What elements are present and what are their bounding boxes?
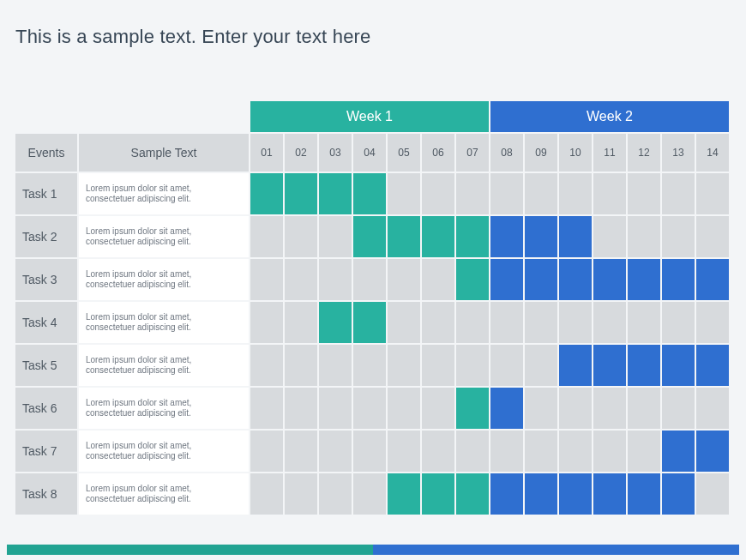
task-description: Lorem ipsum dolor sit amet, consectetuer… [79,216,249,257]
gantt-cell [456,431,489,472]
blank-cell [79,101,249,132]
gantt-cell [388,388,420,429]
gantt-body: Task 1Lorem ipsum dolor sit amet, consec… [15,173,731,515]
gantt-cell [490,431,523,472]
gantt-cell [422,259,454,300]
gantt-cell [525,259,557,300]
gantt-cell [662,388,695,429]
gantt-cell [628,173,660,214]
day-header: 10 [559,134,592,172]
gantt-cell [559,216,592,257]
gantt-cell [662,431,695,472]
gantt-cell [285,431,317,472]
gantt-cell [388,302,420,343]
day-header: 09 [525,134,557,172]
gantt-cell [422,302,454,343]
gantt-cell [456,302,489,343]
gantt-cell [593,173,626,214]
gantt-cell [250,173,283,214]
gantt-cell [285,345,317,386]
week1-header: Week 1 [250,101,489,132]
gantt-cell [456,173,489,214]
gantt-cell [353,473,386,515]
task-label: Task 2 [15,216,77,257]
gantt-cell [422,431,454,472]
day-header: 07 [456,134,489,172]
gantt-cell [696,259,729,300]
task-description: Lorem ipsum dolor sit amet, consectetuer… [79,302,249,343]
gantt-row: Task 4Lorem ipsum dolor sit amet, consec… [15,302,731,343]
gantt-cell [456,473,489,515]
gantt-cell [559,473,592,515]
gantt-cell [319,431,352,472]
gantt-cell [696,173,729,214]
gantt-cell [285,388,317,429]
gantt-cell [559,388,592,429]
task-label: Task 1 [15,173,77,214]
day-header: 13 [662,134,695,172]
gantt-cell [490,302,523,343]
gantt-cell [250,345,283,386]
gantt-cell [319,173,352,214]
blank-cell [15,101,77,132]
gantt-cell [490,388,523,429]
gantt-cell [593,431,626,472]
gantt-cell [662,259,695,300]
gantt-cell [388,345,420,386]
week-header-row: Week 1 Week 2 [15,101,731,132]
gantt-cell [628,216,660,257]
task-description: Lorem ipsum dolor sit amet, consectetuer… [79,431,249,472]
gantt-cell [662,302,695,343]
gantt-cell [628,431,660,472]
gantt-cell [525,388,557,429]
gantt-cell [250,302,283,343]
gantt-cell [628,473,660,515]
day-header: 12 [628,134,660,172]
day-header: 02 [285,134,317,172]
gantt-cell [456,259,489,300]
gantt-cell [593,302,626,343]
gantt-cell [353,173,386,214]
week2-header: Week 2 [490,101,729,132]
task-label: Task 8 [15,473,77,515]
gantt-cell [525,302,557,343]
gantt-cell [525,345,557,386]
day-header: 08 [490,134,523,172]
gantt-row: Task 6Lorem ipsum dolor sit amet, consec… [15,388,731,429]
gantt-cell [285,216,317,257]
gantt-grid: Week 1 Week 2 Events Sample Text 01 02 0… [15,101,731,516]
gantt-cell [250,216,283,257]
footer-stripe-blue [373,545,739,555]
gantt-cell [422,473,454,515]
gantt-cell [559,431,592,472]
task-label: Task 7 [15,431,77,472]
gantt-row: Task 8Lorem ipsum dolor sit amet, consec… [15,473,731,515]
day-header: 06 [422,134,454,172]
gantt-cell [456,216,489,257]
gantt-cell [353,302,386,343]
gantt-cell [388,473,420,515]
gantt-cell [696,302,729,343]
gantt-cell [559,259,592,300]
gantt-cell [593,473,626,515]
gantt-row: Task 1Lorem ipsum dolor sit amet, consec… [15,173,731,214]
gantt-cell [525,473,557,515]
footer-stripe [7,545,739,555]
gantt-cell [250,259,283,300]
task-description: Lorem ipsum dolor sit amet, consectetuer… [79,388,249,429]
gantt-cell [422,173,454,214]
task-description: Lorem ipsum dolor sit amet, consectetuer… [79,345,249,386]
gantt-cell [353,259,386,300]
day-header: 03 [319,134,352,172]
gantt-cell [353,388,386,429]
gantt-cell [696,431,729,472]
footer-stripe-teal [7,545,373,555]
task-label: Task 4 [15,302,77,343]
gantt-row: Task 5Lorem ipsum dolor sit amet, consec… [15,345,731,386]
gantt-cell [525,216,557,257]
gantt-cell [490,216,523,257]
gantt-cell [662,216,695,257]
gantt-cell [559,302,592,343]
day-header: 14 [696,134,729,172]
gantt-cell [422,388,454,429]
